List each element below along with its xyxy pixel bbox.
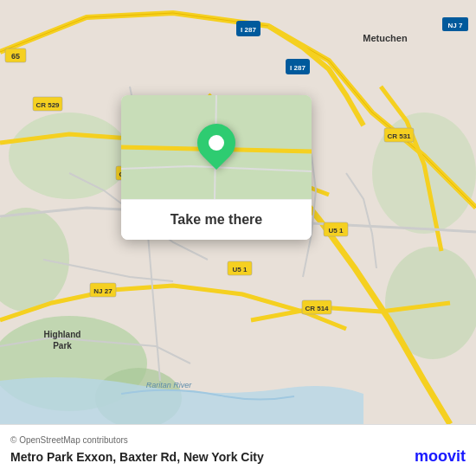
- svg-text:CR 514: CR 514: [305, 305, 329, 312]
- svg-text:U5 1: U5 1: [233, 266, 248, 273]
- location-pin: [197, 124, 235, 170]
- svg-text:I 287: I 287: [241, 26, 256, 34]
- map-container: I 287 I 287 CR 529 CR 529 CR 531 NJ 27 U…: [0, 0, 476, 424]
- svg-text:CR 531: CR 531: [387, 132, 411, 140]
- bottom-bar: © OpenStreetMap contributors Metro Park …: [0, 424, 476, 476]
- svg-text:U5 1: U5 1: [329, 227, 344, 235]
- pin-inner: [209, 135, 224, 151]
- svg-text:Park: Park: [53, 341, 72, 351]
- svg-text:I 287: I 287: [290, 64, 306, 72]
- svg-point-1: [9, 113, 130, 199]
- brand-logo: moovit: [415, 447, 466, 466]
- svg-text:Raritan River: Raritan River: [146, 381, 193, 389]
- pin-head: [190, 116, 243, 170]
- svg-text:Highland: Highland: [44, 330, 81, 339]
- popup-card: Take me there: [121, 95, 312, 240]
- svg-text:NJ 27: NJ 27: [93, 287, 113, 295]
- svg-text:65: 65: [11, 52, 20, 61]
- svg-text:Metuchen: Metuchen: [363, 33, 408, 43]
- popup-map-area: [121, 95, 312, 199]
- take-me-there-button[interactable]: Take me there: [121, 199, 312, 240]
- svg-text:CR 529: CR 529: [35, 101, 60, 109]
- svg-text:NJ 7: NJ 7: [448, 22, 463, 29]
- attribution: © OpenStreetMap contributors: [10, 435, 466, 445]
- location-title: Metro Park Exxon, Baxter Rd, New York Ci…: [10, 450, 264, 464]
